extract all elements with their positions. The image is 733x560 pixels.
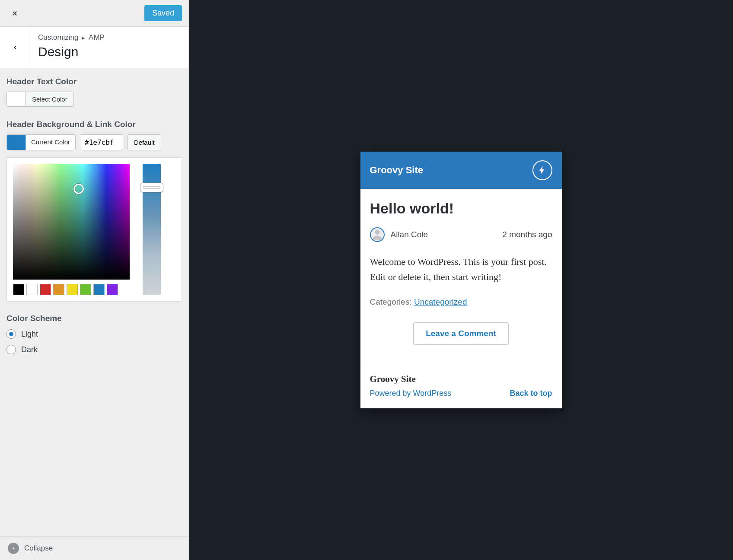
select-color-button[interactable]: Select Color [26,92,73,106]
color-scheme-option-label: Dark [21,345,38,354]
breadcrumb-parent: Customizing [38,33,79,41]
avatar [370,227,385,242]
sv-cursor[interactable] [73,184,84,194]
palette-swatch[interactable] [13,284,24,295]
leave-comment-button[interactable]: Leave a Comment [413,322,509,345]
palette-swatch[interactable] [40,284,51,295]
powered-by-link[interactable]: Powered by WordPress [370,389,452,398]
saved-button[interactable]: Saved [144,5,182,21]
color-picker [6,157,182,302]
color-scheme-radio[interactable] [6,329,16,339]
palette-swatch[interactable] [67,284,78,295]
hue-thumb[interactable] [140,183,163,192]
customizer-topbar: Saved [0,0,188,27]
preview-area: Groovy Site Hello world! Allan Cole 2 mo… [189,0,733,560]
current-color-button[interactable]: Current Color [6,134,76,150]
post-date: 2 months ago [502,230,552,239]
collapse-button[interactable]: Collapse [0,536,188,560]
header-text-color-control: Select Color [6,92,74,107]
preview-site-title: Groovy Site [370,165,423,176]
saturation-value-area[interactable] [13,164,130,280]
close-customizer-button[interactable] [0,0,29,27]
palette-swatch[interactable] [53,284,64,295]
categories-label: Categories: [370,297,414,306]
category-link[interactable]: Uncategorized [414,297,467,306]
breadcrumb: Customizing ▸ AMP Design [29,27,188,68]
header-text-color-label: Header Text Color [6,77,182,86]
palette-swatch[interactable] [107,284,118,295]
section-header: Customizing ▸ AMP Design [0,27,188,68]
color-scheme-option-label: Light [21,330,38,339]
footer-site-title: Groovy Site [370,374,552,385]
default-color-button[interactable]: Default [127,134,161,150]
back-to-top-link[interactable]: Back to top [510,389,552,398]
color-scheme-label: Color Scheme [6,314,182,323]
post-title: Hello world! [370,200,552,217]
palette-row [13,284,130,295]
palette-swatch[interactable] [80,284,91,295]
breadcrumb-section: AMP [89,33,105,41]
current-color-swatch [7,135,26,150]
hue-slider[interactable] [143,164,161,295]
preview-header: Groovy Site [360,152,562,189]
back-button[interactable] [0,27,29,68]
post-author: Allan Cole [391,230,428,239]
color-scheme-radio[interactable] [6,345,16,354]
header-text-color-swatch [7,92,26,106]
current-color-label: Current Color [26,135,75,150]
preview-footer: Groovy Site Powered by WordPress Back to… [360,365,562,408]
amp-icon [532,160,552,180]
palette-swatch[interactable] [93,284,105,295]
palette-swatch[interactable] [26,284,38,295]
preview-post: Hello world! Allan Cole 2 months ago Wel… [360,189,562,365]
close-icon [10,9,19,18]
device-frame: Groovy Site Hello world! Allan Cole 2 mo… [360,152,562,408]
customizer-sidebar: Saved Customizing ▸ AMP Design Header Te… [0,0,189,560]
panel-title: Design [38,45,180,59]
breadcrumb-separator: ▸ [82,35,85,41]
post-content: Welcome to WordPress. This is your first… [370,254,552,284]
header-bg-link-label: Header Background & Link Color [6,120,182,129]
collapse-icon [8,543,19,554]
panel-body: Header Text Color Select Color Header Ba… [0,68,188,536]
collapse-label: Collapse [24,544,53,553]
hex-input[interactable] [80,134,123,150]
chevron-left-icon [11,44,18,51]
